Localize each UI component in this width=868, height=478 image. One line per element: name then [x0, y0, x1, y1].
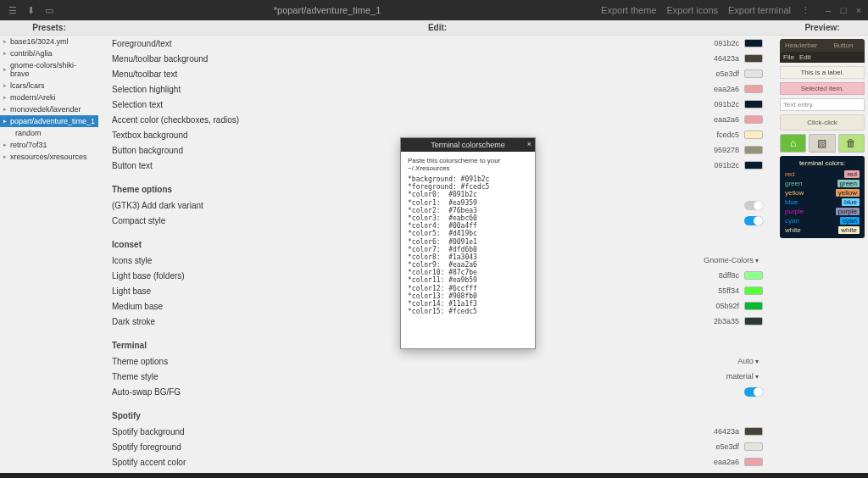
color-swatch[interactable]	[744, 54, 763, 63]
autoswap-toggle[interactable]	[744, 387, 763, 397]
color-swatch[interactable]	[744, 39, 763, 47]
window-close[interactable]: ×	[854, 5, 863, 15]
export-terminal-link[interactable]: Export terminal	[728, 5, 791, 16]
export-icons-link[interactable]: Export icons	[666, 5, 718, 16]
preview-header: Preview:	[776, 20, 868, 36]
terminal-color-row: yellowyellow	[783, 188, 861, 197]
close-icon[interactable]: ×	[527, 140, 531, 148]
terminal-color-row: purplepurple	[783, 207, 861, 216]
color-swatch[interactable]	[744, 302, 763, 310]
preview-terminal: terminal colors: redredgreengreenyellowy…	[780, 156, 865, 238]
preview-panel: Preview: Headerbar Button File Edit This…	[776, 20, 868, 478]
download-icon[interactable]: ⬇	[27, 5, 35, 16]
color-swatch[interactable]	[744, 85, 763, 93]
preview-icons: ⌂ ▧ 🗑	[780, 134, 865, 153]
window-title: *popart/adventure_time_1	[62, 5, 593, 15]
status-bar	[0, 473, 868, 478]
color-swatch[interactable]	[744, 161, 763, 170]
color-swatch[interactable]	[744, 100, 763, 108]
preset-item[interactable]: ▸monovedek/lavender	[0, 103, 98, 115]
color-row: Accent color (checkboxes, radios)eaa2a6	[112, 112, 763, 127]
dialog-message: Paste this colorscheme to your ~/.Xresou…	[408, 157, 528, 172]
preview-selected-item: Selected item.	[780, 82, 865, 95]
box-icon[interactable]: ▭	[45, 5, 53, 16]
color-row: Foreground/text091b2c	[112, 36, 763, 51]
window-minimize[interactable]: –	[824, 5, 832, 15]
preset-item[interactable]: ▸xresources/xresources	[0, 151, 98, 163]
color-row: Spotify background46423a	[112, 424, 763, 439]
color-swatch[interactable]	[744, 317, 763, 325]
terminal-style-dropdown[interactable]: material	[722, 370, 763, 382]
preset-item[interactable]: ▸retro/7of31	[0, 139, 98, 151]
titlebar: ☰ ⬇ ▭ *popart/adventure_time_1 Export th…	[0, 0, 868, 20]
color-swatch[interactable]	[744, 271, 763, 280]
color-row: Menu/toolbar background46423a	[112, 51, 763, 66]
terminal-color-row: greengreen	[783, 179, 861, 188]
menu-icon[interactable]: ☰	[8, 5, 17, 16]
terminal-color-row: blueblue	[783, 197, 861, 207]
color-row: Menu/toolbar texte5e3df	[112, 66, 763, 81]
preset-item[interactable]: ▸gnome-colors/shiki-brave	[0, 59, 98, 80]
dialog-title: Terminal colorscheme	[431, 141, 505, 149]
terminal-color-row: cyancyan	[783, 216, 861, 225]
edit-header: Edit:	[98, 20, 776, 36]
preset-item[interactable]: ▸contrib/Aglia	[0, 47, 98, 59]
preview-label: This is a label.	[780, 66, 865, 79]
icons-style-dropdown[interactable]: Gnome-Colors	[699, 254, 763, 266]
preset-item[interactable]: random	[0, 127, 98, 139]
preview-menu-edit[interactable]: Edit	[799, 53, 811, 61]
terminal-options-dropdown[interactable]: Auto	[733, 355, 763, 367]
dark-variant-toggle[interactable]	[744, 201, 763, 210]
desktop-icon[interactable]: ▧	[809, 134, 835, 153]
color-swatch[interactable]	[744, 146, 763, 154]
color-swatch[interactable]	[744, 458, 763, 466]
terminal-color-row: whitewhite	[783, 225, 861, 235]
color-swatch[interactable]	[744, 427, 763, 436]
color-row: Selection highlighteaa2a6	[112, 81, 763, 97]
color-row: Selection text091b2c	[112, 97, 763, 112]
preview-tab-button[interactable]: Button	[822, 39, 865, 52]
color-swatch[interactable]	[744, 115, 763, 124]
color-row: Spotify foregrounde5e3df	[112, 439, 763, 454]
export-theme-link[interactable]: Export theme	[601, 5, 656, 16]
preview-headerbar: Headerbar Button File Edit	[780, 39, 865, 63]
terminal-colorscheme-dialog: Terminal colorscheme × Paste this colors…	[400, 137, 536, 349]
color-swatch[interactable]	[744, 442, 763, 451]
trash-icon[interactable]: 🗑	[838, 134, 865, 153]
preview-tab-headerbar[interactable]: Headerbar	[780, 39, 822, 52]
terminal-color-row: redred	[783, 170, 861, 179]
preset-item[interactable]: ▸popart/adventure_time_1	[0, 115, 98, 127]
spotify-header: Spotify	[112, 408, 763, 420]
preset-item[interactable]: ▸modern/Areki	[0, 92, 98, 103]
home-icon[interactable]: ⌂	[780, 134, 806, 153]
kebab-icon[interactable]: ⋮	[801, 5, 810, 16]
preview-text-entry[interactable]: Text entry.	[780, 98, 865, 111]
compact-style-toggle[interactable]	[744, 216, 763, 225]
color-swatch[interactable]	[744, 131, 763, 139]
dialog-colorscheme-text[interactable]: *background: #091b2c *foreground: #fcedc…	[408, 175, 528, 315]
preset-item[interactable]: ▸lcars/lcars	[0, 80, 98, 92]
preview-button[interactable]: Click-click	[780, 114, 865, 131]
color-swatch[interactable]	[744, 286, 763, 295]
window-maximize[interactable]: □	[839, 5, 848, 15]
color-swatch[interactable]	[744, 69, 763, 78]
color-row: Spotify accent coloreaa2a6	[112, 454, 763, 470]
preset-item[interactable]: ▸base16/3024.yml	[0, 36, 98, 47]
presets-header: Presets:	[0, 20, 98, 36]
presets-panel: Presets: ▸base16/3024.yml▸contrib/Aglia▸…	[0, 20, 98, 478]
preview-menu-file[interactable]: File	[783, 53, 794, 61]
